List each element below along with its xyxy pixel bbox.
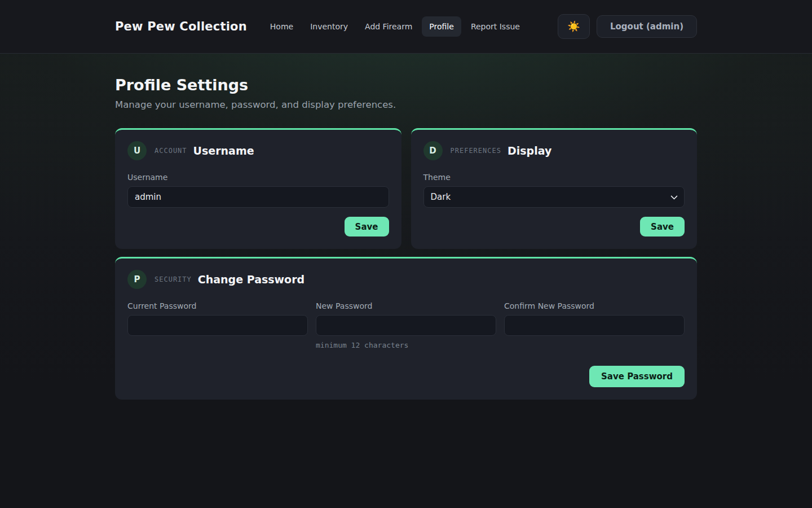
- nav-links: Home Inventory Add Firearm Profile Repor…: [263, 16, 527, 37]
- confirm-password-field-group: Confirm New Password: [504, 301, 685, 349]
- current-password-field-group: Current Password: [127, 301, 308, 349]
- display-actions: Save: [423, 217, 685, 237]
- settings-cards-row: U ACCOUNT Username Username Save D PREFE…: [115, 128, 697, 249]
- brand-title[interactable]: Pew Pew Collection: [115, 20, 247, 33]
- password-card-title: Change Password: [198, 273, 304, 286]
- theme-toggle-button[interactable]: ☀️: [558, 14, 590, 39]
- new-password-field-group: New Password minimum 12 characters: [316, 301, 496, 349]
- username-card-header: U ACCOUNT Username: [127, 141, 389, 160]
- password-hint: minimum 12 characters: [316, 341, 496, 349]
- confirm-password-label: Confirm New Password: [504, 301, 685, 310]
- save-password-button[interactable]: Save Password: [589, 366, 685, 387]
- page-title: Profile Settings: [115, 76, 697, 94]
- username-actions: Save: [127, 217, 389, 237]
- security-eyebrow-label: SECURITY: [155, 275, 192, 283]
- navbar-inner: Pew Pew Collection Home Inventory Add Fi…: [115, 14, 697, 39]
- password-card-header: P SECURITY Change Password: [127, 270, 685, 289]
- username-card: U ACCOUNT Username Username Save: [115, 128, 401, 249]
- navbar: Pew Pew Collection Home Inventory Add Fi…: [0, 0, 812, 54]
- save-username-button[interactable]: Save: [345, 217, 389, 237]
- new-password-input[interactable]: [316, 315, 496, 336]
- nav-item-add-firearm[interactable]: Add Firearm: [358, 16, 420, 37]
- nav-item-inventory[interactable]: Inventory: [303, 16, 355, 37]
- security-badge: P: [127, 270, 147, 289]
- page-subtitle: Manage your username, password, and disp…: [115, 99, 697, 110]
- display-card: D PREFERENCES Display Theme Dark Save: [411, 128, 698, 249]
- confirm-password-input[interactable]: [504, 315, 685, 336]
- main-content: Profile Settings Manage your username, p…: [115, 54, 697, 400]
- change-password-card: P SECURITY Change Password Current Passw…: [115, 257, 697, 400]
- nav-item-home[interactable]: Home: [263, 16, 301, 37]
- sun-icon: ☀️: [567, 20, 580, 33]
- account-badge: U: [127, 141, 147, 160]
- display-card-header: D PREFERENCES Display: [423, 141, 685, 160]
- account-eyebrow-label: ACCOUNT: [155, 147, 187, 155]
- theme-select[interactable]: Dark: [423, 186, 685, 208]
- current-password-input[interactable]: [127, 315, 308, 336]
- username-card-title: Username: [193, 144, 254, 157]
- password-fields-grid: Current Password New Password minimum 12…: [127, 301, 685, 349]
- preferences-badge: D: [423, 141, 443, 160]
- nav-item-profile[interactable]: Profile: [422, 16, 461, 37]
- save-theme-button[interactable]: Save: [640, 217, 685, 237]
- username-input[interactable]: [127, 186, 389, 208]
- display-card-title: Display: [508, 144, 551, 157]
- current-password-label: Current Password: [127, 301, 308, 310]
- nav-item-report-issue[interactable]: Report Issue: [464, 16, 527, 37]
- password-actions: Save Password: [127, 366, 685, 387]
- new-password-label: New Password: [316, 301, 496, 310]
- navbar-actions: ☀️ Logout (admin): [558, 14, 697, 39]
- username-field-label: Username: [127, 173, 389, 182]
- theme-field-label: Theme: [423, 173, 685, 182]
- logout-button[interactable]: Logout (admin): [597, 15, 697, 38]
- theme-select-wrap: Dark: [423, 186, 685, 208]
- preferences-eyebrow-label: PREFERENCES: [451, 147, 501, 155]
